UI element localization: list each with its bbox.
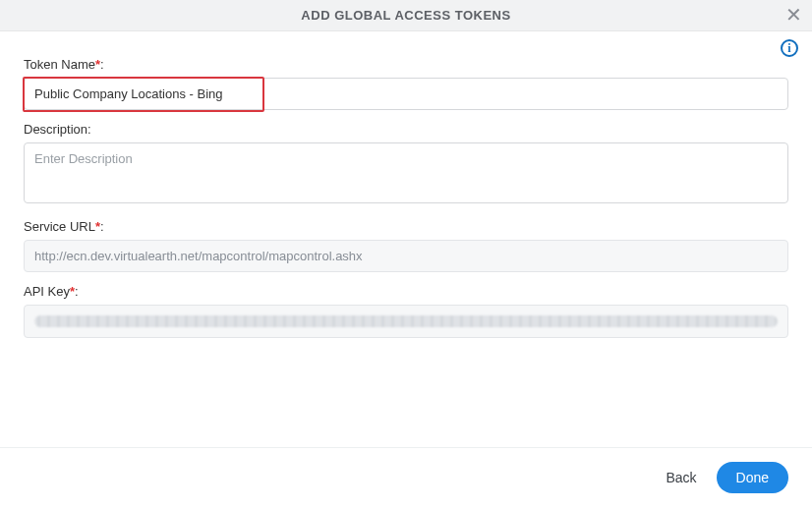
description-label: Description: <box>24 122 788 137</box>
service-url-label-text: Service URL <box>24 219 95 234</box>
description-input[interactable] <box>24 142 788 203</box>
token-name-label-text: Token Name <box>24 57 95 72</box>
close-icon[interactable]: ✕ <box>785 5 802 25</box>
required-asterisk: * <box>70 284 75 299</box>
token-name-group: Token Name*: <box>24 57 788 110</box>
back-button[interactable]: Back <box>662 464 700 491</box>
form-area: Token Name*: Description: Service URL*: … <box>0 57 812 338</box>
api-key-obscured-value <box>34 315 778 327</box>
service-url-group: Service URL*: <box>24 219 788 272</box>
required-asterisk: * <box>95 219 100 234</box>
dialog-footer: Back Done <box>0 447 812 509</box>
dialog-header: ADD GLOBAL ACCESS TOKENS ✕ <box>0 0 812 31</box>
done-button[interactable]: Done <box>717 462 788 493</box>
api-key-label: API Key*: <box>24 284 788 299</box>
api-key-group: API Key*: <box>24 284 788 338</box>
service-url-input[interactable] <box>24 240 788 272</box>
info-icon[interactable]: i <box>781 39 798 57</box>
required-asterisk: * <box>95 57 100 72</box>
service-url-label: Service URL*: <box>24 219 788 234</box>
description-group: Description: <box>24 122 788 207</box>
token-name-input-wrap <box>24 78 788 110</box>
api-key-input[interactable] <box>24 305 788 338</box>
dialog-title: ADD GLOBAL ACCESS TOKENS <box>301 8 510 23</box>
token-name-input[interactable] <box>24 78 788 110</box>
api-key-label-text: API Key <box>24 284 70 299</box>
info-row: i <box>0 31 812 57</box>
token-name-label: Token Name*: <box>24 57 788 72</box>
